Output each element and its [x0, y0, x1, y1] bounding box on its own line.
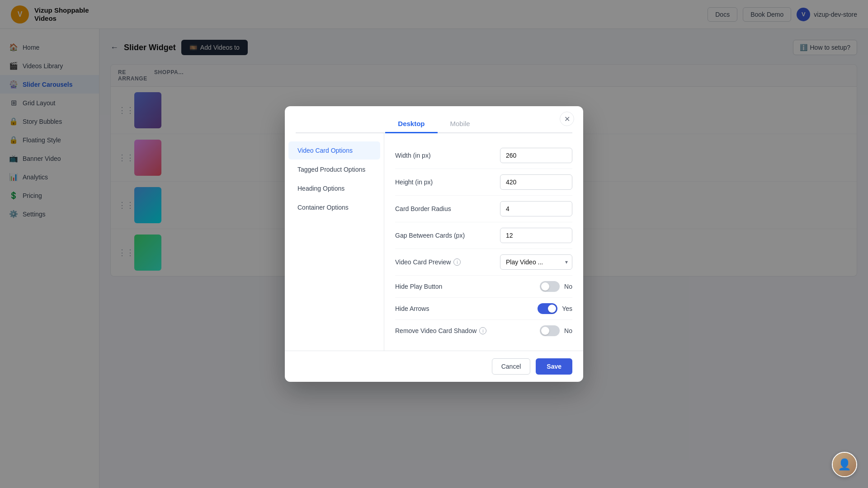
save-button[interactable]: Save	[536, 358, 572, 375]
preview-info-icon[interactable]: i	[453, 258, 461, 266]
width-label: Width (in px)	[395, 152, 431, 159]
modal-sidebar-item-heading[interactable]: Heading Options	[288, 179, 380, 197]
gap-field-row: Gap Between Cards (px)	[395, 222, 572, 249]
modal-sidebar: Video Card Options Tagged Product Option…	[285, 133, 384, 351]
width-input[interactable]	[500, 148, 572, 163]
hide-arrows-value: Yes	[562, 305, 572, 312]
remove-shadow-toggle-wrapper: No	[540, 325, 572, 336]
modal-form: Width (in px) Height (in px) Card Border…	[384, 133, 583, 351]
hide-arrows-label: Hide Arrows	[395, 305, 429, 312]
preview-select[interactable]: Play Video ... Show Thumbnail Show GIF	[500, 254, 572, 270]
preview-label: Video Card Preview i	[395, 258, 461, 266]
remove-shadow-toggle[interactable]	[540, 325, 560, 336]
preview-field-row: Video Card Preview i Play Video ... Show…	[395, 249, 572, 276]
modal-tabs: Desktop Mobile	[296, 115, 572, 133]
modal-body: Video Card Options Tagged Product Option…	[285, 133, 583, 351]
remove-shadow-label: Remove Video Card Shadow i	[395, 327, 486, 334]
modal-sidebar-item-tagged-product[interactable]: Tagged Product Options	[288, 160, 380, 178]
modal-footer: Cancel Save	[285, 351, 583, 382]
gap-input[interactable]	[500, 228, 572, 243]
hide-arrows-toggle-wrapper: Yes	[538, 303, 572, 314]
modal-sidebar-item-video-card[interactable]: Video Card Options	[288, 141, 380, 160]
toggle-thumb	[541, 327, 549, 335]
hide-play-label: Hide Play Button	[395, 283, 442, 290]
modal-close-button[interactable]: ✕	[560, 112, 574, 126]
hide-play-toggle-wrapper: No	[540, 281, 572, 292]
hide-play-field-row: Hide Play Button No	[395, 276, 572, 298]
height-input[interactable]	[500, 174, 572, 190]
remove-shadow-field-row: Remove Video Card Shadow i No	[395, 320, 572, 342]
modal-header: Desktop Mobile ✕	[285, 106, 583, 133]
shadow-info-icon[interactable]: i	[479, 327, 486, 334]
hide-play-toggle[interactable]	[540, 281, 560, 292]
tab-mobile[interactable]: Mobile	[438, 115, 483, 133]
toggle-thumb	[541, 282, 549, 291]
width-field-row: Width (in px)	[395, 142, 572, 169]
border-radius-input[interactable]	[500, 201, 572, 216]
modal-overlay: Desktop Mobile ✕ Video Card Options Tagg…	[0, 0, 868, 488]
cancel-button[interactable]: Cancel	[492, 358, 531, 375]
border-radius-label: Card Border Radius	[395, 205, 451, 212]
settings-modal: Desktop Mobile ✕ Video Card Options Tagg…	[285, 106, 583, 382]
preview-select-wrapper: Play Video ... Show Thumbnail Show GIF	[500, 254, 572, 270]
height-field-row: Height (in px)	[395, 169, 572, 196]
modal-sidebar-item-container[interactable]: Container Options	[288, 198, 380, 216]
border-radius-field-row: Card Border Radius	[395, 196, 572, 222]
hide-play-value: No	[564, 283, 572, 290]
hide-arrows-field-row: Hide Arrows Yes	[395, 298, 572, 320]
toggle-thumb	[548, 305, 556, 313]
height-label: Height (in px)	[395, 178, 433, 186]
support-avatar[interactable]: 👤	[832, 452, 857, 477]
remove-shadow-value: No	[564, 327, 572, 334]
tab-desktop[interactable]: Desktop	[385, 115, 437, 133]
hide-arrows-toggle[interactable]	[538, 303, 557, 314]
avatar-image: 👤	[833, 453, 856, 476]
gap-label: Gap Between Cards (px)	[395, 232, 465, 239]
